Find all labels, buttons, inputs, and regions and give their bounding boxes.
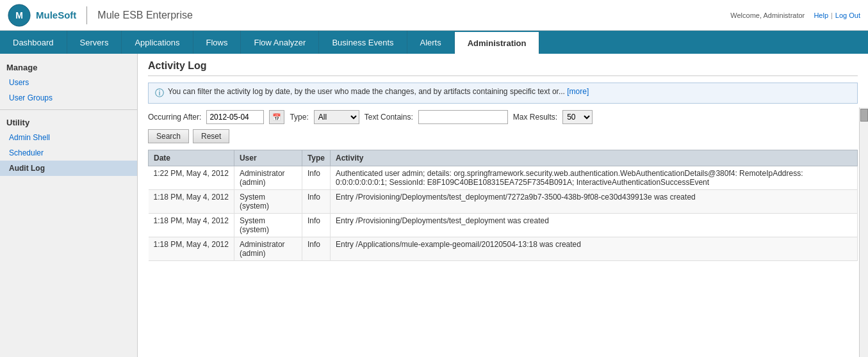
type-label: Type: [290,113,308,122]
table-row: 1:22 PM, May 4, 2012Administrator (admin… [149,166,858,190]
col-user: User [234,150,302,166]
table-row: 1:18 PM, May 4, 2012System (system)InfoE… [149,214,858,237]
col-type: Type [302,150,330,166]
col-activity: Activity [331,150,858,166]
cell-user: System (system) [234,190,302,214]
sidebar-item-admin-shell[interactable]: Admin Shell [0,130,137,145]
tab-alerts[interactable]: Alerts [407,31,455,54]
separator [807,12,811,19]
logo-area: M MuleSoft Mule ESB Enterprise [8,4,193,27]
filter-row: Occurring After: 📅 Type: All Info Warnin… [148,110,858,124]
logo-separator [86,6,87,24]
page-title: Activity Log [148,60,858,76]
cell-user: Administrator (admin) [234,166,302,190]
type-select[interactable]: All Info Warning Error [314,110,359,124]
calendar-button[interactable]: 📅 [269,110,284,124]
brand-name: MuleSoft [36,10,76,20]
header: M MuleSoft Mule ESB Enterprise Welcome, … [0,0,868,31]
manage-section-title: Manage [0,59,137,75]
sidebar: Manage Users User Groups Utility Admin S… [0,54,138,357]
scrollbar-thumb[interactable] [860,109,868,122]
table-row: 1:18 PM, May 4, 2012Administrator (admin… [149,237,858,261]
logout-link[interactable]: Log Out [835,12,860,19]
occurring-after-input[interactable] [206,110,264,124]
info-bar: ⓘ You can filter the activity log by dat… [148,83,858,104]
cell-date: 1:18 PM, May 4, 2012 [149,214,234,237]
cell-activity: Authenticated user admin; details: org.s… [331,166,858,190]
info-icon: ⓘ [155,88,164,99]
svg-text:M: M [15,10,23,20]
sidebar-item-scheduler[interactable]: Scheduler [0,145,137,161]
text-contains-label: Text Contains: [364,113,413,122]
table-row: 1:18 PM, May 4, 2012System (system)InfoE… [149,190,858,214]
search-button[interactable]: Search [148,129,189,143]
tab-applications[interactable]: Applications [122,31,193,54]
tab-business-events[interactable]: Business Events [319,31,407,54]
scrollbar-track[interactable] [859,107,868,357]
tab-dashboard[interactable]: Dashboard [0,31,67,54]
utility-section-title: Utility [0,114,137,130]
cell-type: Info [302,214,330,237]
reset-button[interactable]: Reset [193,129,229,143]
header-right: Welcome, Administrator Help | Log Out [730,12,860,19]
cell-date: 1:22 PM, May 4, 2012 [149,166,234,190]
mulesoft-logo: M [8,4,31,27]
col-date: Date [149,150,234,166]
app-title: Mule ESB Enterprise [97,10,193,21]
tab-administration[interactable]: Administration [455,31,540,54]
text-contains-input[interactable] [418,110,508,124]
sidebar-divider [0,109,137,110]
cell-user: Administrator (admin) [234,237,302,261]
content-area: Activity Log ⓘ You can filter the activi… [138,54,868,357]
cell-activity: Entry /Provisioning/Deployments/test_dep… [331,190,858,214]
nav-tabs: Dashboard Servers Applications Flows Flo… [0,31,868,54]
action-row: Search Reset [148,129,858,143]
sidebar-item-users[interactable]: Users [0,75,137,90]
max-results-select[interactable]: 25 50 100 200 [562,110,593,124]
main-layout: Manage Users User Groups Utility Admin S… [0,54,868,357]
occurring-after-label: Occurring After: [148,113,201,122]
sidebar-item-audit-log[interactable]: Audit Log [0,161,137,176]
cell-user: System (system) [234,214,302,237]
tab-flow-analyzer[interactable]: Flow Analyzer [241,31,319,54]
cell-type: Info [302,190,330,214]
cell-date: 1:18 PM, May 4, 2012 [149,190,234,214]
tab-servers[interactable]: Servers [67,31,122,54]
log-table-body: 1:22 PM, May 4, 2012Administrator (admin… [149,166,858,261]
cell-activity: Entry /Provisioning/Deployments/test_dep… [331,214,858,237]
sidebar-item-user-groups[interactable]: User Groups [0,90,137,106]
cell-type: Info [302,237,330,261]
cell-type: Info [302,166,330,190]
pipe-separator: | [831,12,833,19]
info-more-link[interactable]: [more] [567,87,589,96]
tab-flows[interactable]: Flows [193,31,242,54]
welcome-text: Welcome, Administrator [730,12,805,19]
log-table: Date User Type Activity 1:22 PM, May 4, … [148,150,858,261]
help-link[interactable]: Help [814,12,828,19]
cell-activity: Entry /Applications/mule-example-geomail… [331,237,858,261]
info-text: You can filter the activity log by date,… [168,87,589,96]
max-results-label: Max Results: [513,113,557,122]
cell-date: 1:18 PM, May 4, 2012 [149,237,234,261]
